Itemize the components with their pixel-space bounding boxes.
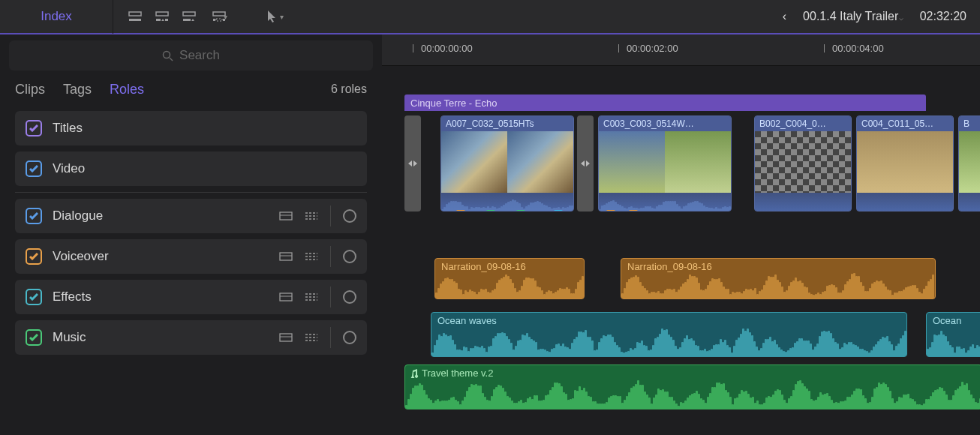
index-sidebar: Search Clips Tags Roles 6 roles Titles V… <box>0 34 382 435</box>
focus-button[interactable] <box>343 331 356 344</box>
svg-point-11 <box>164 51 170 58</box>
video-clip[interactable]: C004_C011_05… <box>856 116 954 212</box>
ruler-tick: 00:00:04:00 <box>832 43 884 54</box>
role-item-music[interactable]: Music <box>15 320 367 355</box>
audio-clip-voiceover[interactable]: Narration_09-08-16 <box>434 258 585 299</box>
focus-button[interactable] <box>343 209 356 223</box>
audio-clip-music[interactable]: Travel theme v.2 <box>404 364 980 410</box>
collapse-lane-icon[interactable] <box>279 252 293 261</box>
svg-rect-18 <box>280 253 292 260</box>
video-clip[interactable]: B <box>958 116 980 212</box>
collapse-lane-icon[interactable] <box>279 212 293 220</box>
svg-rect-3 <box>156 19 161 21</box>
top-toolbar: Index ▾ ▾ ‹ 00.1.4 Italy Trailer ⌵ 02:32… <box>0 0 980 34</box>
chevron-down-icon: ▾ <box>224 13 227 21</box>
role-checkbox[interactable] <box>26 329 42 346</box>
index-button[interactable]: Index <box>0 9 113 24</box>
separator <box>330 327 331 348</box>
tab-tags[interactable]: Tags <box>63 82 92 98</box>
audio-clip-voiceover[interactable]: Narration_09-08-16 <box>621 258 936 299</box>
show-subroles-icon[interactable] <box>305 292 318 302</box>
video-clip[interactable]: B002_C004_0… <box>754 116 852 212</box>
show-subroles-icon[interactable] <box>305 333 318 342</box>
overwrite-tool-icon[interactable]: ▾ <box>208 9 230 24</box>
role-item-dialogue[interactable]: Dialogue <box>15 199 367 233</box>
role-item-video[interactable]: Video <box>15 152 367 186</box>
clip-label: Travel theme v.2 <box>422 368 493 379</box>
video-clip[interactable]: A007_C032_0515HTs <box>440 116 574 212</box>
separator <box>15 192 367 193</box>
role-label: Effects <box>53 290 92 304</box>
role-controls <box>279 246 356 267</box>
role-label: Music <box>53 330 86 345</box>
role-checkbox[interactable] <box>26 248 42 265</box>
role-label: Titles <box>53 121 83 136</box>
tab-roles[interactable]: Roles <box>110 82 144 98</box>
transition-handle[interactable] <box>404 116 421 212</box>
video-lane: A007_C032_0515HTs C003_C003_0514W… B002_… <box>404 116 980 213</box>
role-label: Dialogue <box>53 208 103 224</box>
audio-clip-effects[interactable]: Ocean <box>926 312 980 357</box>
clip-label: B002_C004_0… <box>759 118 826 129</box>
tab-clips[interactable]: Clips <box>15 82 45 98</box>
project-name-dropdown[interactable]: 00.1.4 Italy Trailer ⌵ <box>803 10 903 23</box>
svg-rect-6 <box>183 19 191 21</box>
clip-label: A007_C032_0515HTs <box>446 118 534 129</box>
select-tool-icon[interactable]: ▾ <box>263 10 286 23</box>
toolbar-icons: ▾ ▾ <box>113 9 299 24</box>
insert-tool-icon[interactable] <box>154 9 170 24</box>
video-clip[interactable]: C003_C003_0514W… <box>598 116 732 212</box>
clip-header: B <box>959 116 980 131</box>
clip-header: C004_C011_05… <box>857 116 953 131</box>
index-tabs: Clips Tags Roles 6 roles <box>0 70 382 108</box>
focus-button[interactable] <box>343 290 356 304</box>
clip-header: A007_C032_0515HTs <box>441 116 573 131</box>
project-name-label: 00.1.4 Italy Trailer <box>803 10 898 22</box>
separator <box>330 206 331 226</box>
clip-label: Narration_09-08-16 <box>627 261 712 272</box>
role-checkbox[interactable] <box>26 160 42 177</box>
transition-handle[interactable] <box>577 116 594 212</box>
ruler-tick: 00:00:02:00 <box>627 43 678 54</box>
show-subroles-icon[interactable] <box>305 212 318 220</box>
role-checkbox[interactable] <box>26 120 42 136</box>
title-clip[interactable]: Cinque Terre - Echo <box>404 94 926 111</box>
svg-rect-2 <box>156 12 168 16</box>
focus-button[interactable] <box>343 250 356 263</box>
chevron-down-icon: ▾ <box>280 13 284 21</box>
clip-header: C003_C003_0514W… <box>599 116 731 131</box>
search-input[interactable]: Search <box>9 40 373 70</box>
roles-list: Titles Video Dialogue Voiceover <box>0 108 382 361</box>
separator <box>330 246 331 267</box>
svg-rect-0 <box>129 12 141 16</box>
clip-label: B <box>963 118 969 129</box>
show-subroles-icon[interactable] <box>305 252 318 261</box>
separator <box>330 286 331 308</box>
position-tool-icon[interactable] <box>127 9 143 24</box>
svg-rect-5 <box>183 12 195 16</box>
clip-label: Narration_09-08-16 <box>441 261 526 272</box>
collapse-lane-icon[interactable] <box>279 292 293 302</box>
role-item-titles[interactable]: Titles <box>15 111 367 146</box>
role-checkbox[interactable] <box>26 289 42 305</box>
timeline-ruler[interactable]: 00:00:00:00 00:00:02:00 00:00:04:00 <box>382 34 980 66</box>
svg-line-12 <box>170 58 173 61</box>
audio-clip-effects[interactable]: Ocean waves <box>431 312 907 357</box>
svg-rect-8 <box>213 19 215 21</box>
role-item-voiceover[interactable]: Voiceover <box>15 239 367 274</box>
role-checkbox[interactable] <box>26 208 42 224</box>
clip-label: Ocean waves <box>437 315 497 326</box>
append-tool-icon[interactable] <box>181 9 197 24</box>
role-controls <box>279 206 356 226</box>
clip-label: C003_C003_0514W… <box>603 118 694 129</box>
role-controls <box>279 286 356 308</box>
clip-label: Ocean <box>933 315 961 326</box>
role-item-effects[interactable]: Effects <box>15 280 367 314</box>
collapse-lane-icon[interactable] <box>279 333 293 342</box>
search-placeholder: Search <box>179 48 220 63</box>
role-label: Video <box>53 161 85 176</box>
timeline-area[interactable]: 00:00:00:00 00:00:02:00 00:00:04:00 Cinq… <box>382 34 980 435</box>
back-button[interactable]: ‹ <box>783 10 786 23</box>
svg-rect-9 <box>216 19 222 21</box>
roles-count: 6 roles <box>331 82 367 96</box>
